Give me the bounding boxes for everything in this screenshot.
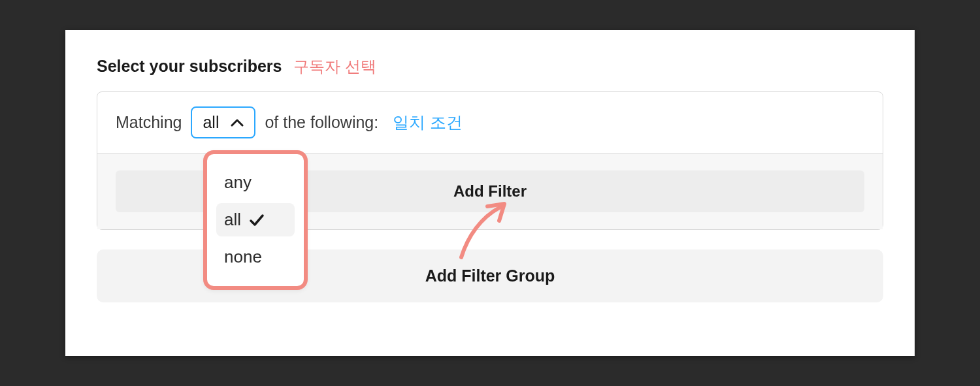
matching-selected-value: all xyxy=(203,114,219,131)
dropdown-option-label: none xyxy=(224,247,262,267)
panel-title-annotation: 구독자 선택 xyxy=(293,56,376,77)
dropdown-option-label: all xyxy=(224,210,241,230)
filter-group-container: Matching all of the following: 일치 조건 any… xyxy=(97,91,883,230)
subscriber-filter-panel: Select your subscribers 구독자 선택 Matching … xyxy=(65,30,915,356)
chevron-up-icon xyxy=(231,118,244,127)
dropdown-option-all[interactable]: all xyxy=(216,203,295,236)
dropdown-option-none[interactable]: none xyxy=(216,240,295,274)
matching-dropdown-menu: any all none xyxy=(203,150,308,290)
matching-dropdown-trigger[interactable]: all xyxy=(191,106,255,138)
matching-annotation: 일치 조건 xyxy=(393,112,463,133)
matching-prefix: Matching xyxy=(116,113,182,132)
check-icon xyxy=(249,214,265,227)
matching-row: Matching all of the following: 일치 조건 any… xyxy=(97,92,883,153)
dropdown-option-any[interactable]: any xyxy=(216,166,295,199)
panel-title: Select your subscribers xyxy=(97,57,282,76)
dropdown-option-label: any xyxy=(224,172,252,193)
matching-suffix: of the following: xyxy=(265,113,378,132)
title-row: Select your subscribers 구독자 선택 xyxy=(97,56,883,77)
